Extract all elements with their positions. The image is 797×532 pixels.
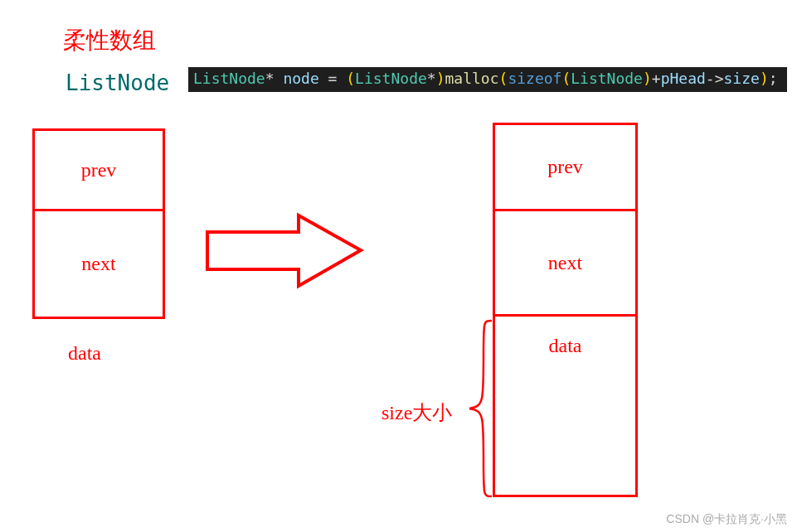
left-data-label: data [68, 342, 101, 365]
code-token: ListNode [571, 70, 643, 87]
code-block: ListNode* node = (ListNode*)malloc(sizeo… [188, 67, 787, 92]
right-data-cell: data [493, 314, 638, 497]
right-prev-cell: prev [493, 123, 638, 211]
size-label: size大小 [381, 399, 452, 426]
code-token: + [652, 70, 661, 87]
code-token: ( [499, 70, 508, 87]
code-token: ) [643, 70, 652, 87]
code-token: ListNode [355, 70, 427, 87]
right-next-label: next [548, 252, 582, 274]
left-next-label: next [81, 253, 115, 275]
code-token: malloc [445, 70, 499, 87]
left-prev-cell: prev [32, 128, 165, 211]
listnode-label: ListNode [66, 70, 169, 95]
code-token: pHead [661, 70, 706, 87]
code-token: ( [346, 70, 355, 87]
code-token: ) [760, 70, 769, 87]
code-token: ) [436, 70, 445, 87]
code-token: = [319, 70, 347, 87]
right-next-cell: next [493, 209, 638, 317]
code-token: * [427, 70, 436, 87]
code-token: ListNode [193, 70, 265, 87]
left-next-cell: next [32, 209, 165, 319]
code-token: size [724, 70, 760, 87]
code-token: node [283, 70, 318, 87]
right-prev-label: prev [547, 156, 583, 178]
code-token: * [265, 70, 275, 87]
watermark-text: CSDN @卡拉肖克·小黑 [666, 512, 787, 527]
curly-brace-icon [465, 319, 498, 501]
right-data-label: data [549, 335, 582, 357]
code-token: -> [706, 70, 724, 87]
arrow-icon [203, 211, 369, 290]
left-prev-label: prev [81, 159, 117, 181]
code-token: ( [561, 70, 571, 87]
code-token: sizeof [508, 70, 561, 87]
code-token: ; [769, 70, 778, 87]
title-text: 柔性数组 [63, 25, 156, 56]
